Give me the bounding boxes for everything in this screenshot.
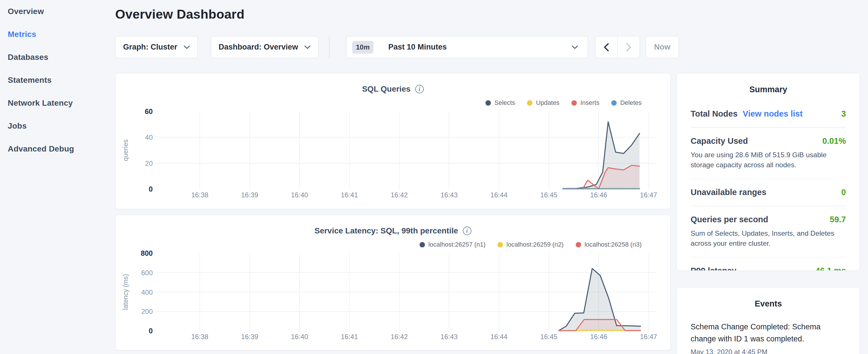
now-button[interactable]: Now bbox=[646, 36, 679, 58]
divider bbox=[691, 179, 846, 179]
sidebar: Overview Metrics Databases Statements Ne… bbox=[0, 0, 112, 160]
svg-text:16:40: 16:40 bbox=[291, 191, 308, 199]
stat-value: 0 bbox=[841, 188, 846, 197]
sql-queries-plot[interactable]: 020406016:3816:3916:4016:4116:4216:4316:… bbox=[116, 73, 670, 210]
svg-text:16:47: 16:47 bbox=[640, 333, 657, 341]
stat-value: 59.7 bbox=[830, 215, 846, 224]
svg-text:latency (ms): latency (ms) bbox=[122, 274, 129, 310]
chevron-down-icon bbox=[304, 45, 311, 49]
divider bbox=[691, 257, 846, 258]
toolbar-divider bbox=[329, 36, 330, 58]
svg-text:16:41: 16:41 bbox=[341, 191, 358, 199]
svg-text:0: 0 bbox=[149, 185, 153, 193]
summary-stat: Capacity Used 0.01% You are using 28.6 M… bbox=[691, 136, 846, 170]
svg-text:16:45: 16:45 bbox=[540, 191, 557, 199]
svg-text:0: 0 bbox=[149, 327, 153, 335]
svg-text:16:39: 16:39 bbox=[241, 333, 258, 341]
stat-label: Capacity Used bbox=[691, 136, 748, 146]
stat-description: Sum of Selects, Updates, Inserts, and De… bbox=[691, 228, 846, 249]
sidebar-item-label: Network Latency bbox=[8, 99, 73, 108]
sidebar-item-label: Statements bbox=[8, 75, 52, 85]
time-range-badge: 10m bbox=[352, 41, 373, 54]
svg-text:16:38: 16:38 bbox=[191, 191, 208, 199]
summary-stat: P99 latency 46.1 ms bbox=[691, 266, 846, 271]
sidebar-item-metrics[interactable]: Metrics bbox=[0, 23, 112, 46]
sidebar-item-label: Metrics bbox=[8, 30, 36, 39]
sidebar-item-jobs[interactable]: Jobs bbox=[0, 115, 112, 137]
svg-text:16:39: 16:39 bbox=[241, 191, 258, 199]
svg-text:200: 200 bbox=[141, 308, 153, 315]
graph-dropdown-label: Graph: Cluster bbox=[123, 43, 177, 52]
stat-label: Total Nodes bbox=[691, 109, 738, 119]
divider bbox=[691, 206, 846, 206]
time-range-label: Past 10 Minutes bbox=[388, 43, 565, 52]
stat-label: Queries per second bbox=[691, 215, 768, 224]
stat-description: You are using 28.6 MiB of 515.9 GiB usab… bbox=[691, 150, 846, 170]
events-panel: Events Schema Change Completed: Schema c… bbox=[677, 287, 860, 354]
sidebar-item-overview[interactable]: Overview bbox=[0, 0, 112, 23]
sidebar-item-label: Jobs bbox=[8, 122, 27, 131]
page-title: Overview Dashboard bbox=[115, 5, 244, 24]
svg-text:16:46: 16:46 bbox=[590, 191, 607, 199]
view-nodes-link[interactable]: View nodes list bbox=[743, 109, 803, 119]
summary-stat: Unavailable ranges 0 bbox=[691, 188, 846, 197]
svg-text:16:43: 16:43 bbox=[440, 191, 458, 199]
dashboard-dropdown[interactable]: Dashboard: Overview bbox=[211, 36, 318, 58]
svg-text:40: 40 bbox=[145, 133, 153, 141]
stat-value: 0.01% bbox=[823, 136, 846, 146]
events-title: Events bbox=[691, 299, 846, 309]
sidebar-item-label: Overview bbox=[8, 7, 44, 16]
svg-text:queries: queries bbox=[122, 139, 129, 161]
chevron-right-icon bbox=[626, 43, 631, 52]
svg-text:16:38: 16:38 bbox=[191, 333, 208, 341]
service-latency-plot[interactable]: 020040060080016:3816:3916:4016:4116:4216… bbox=[116, 215, 670, 351]
sidebar-item-statements[interactable]: Statements bbox=[0, 69, 112, 92]
sidebar-item-label: Advanced Debug bbox=[8, 144, 74, 154]
service-latency-chart-card: Service Latency: SQL, 99th percentile i … bbox=[115, 215, 671, 350]
svg-text:16:45: 16:45 bbox=[540, 333, 557, 341]
sidebar-item-advanced-debug[interactable]: Advanced Debug bbox=[0, 137, 112, 160]
sidebar-item-network-latency[interactable]: Network Latency bbox=[0, 92, 112, 115]
svg-text:16:47: 16:47 bbox=[640, 191, 657, 199]
time-step-buttons bbox=[595, 36, 640, 58]
graph-dropdown[interactable]: Graph: Cluster bbox=[115, 36, 198, 58]
dashboard-dropdown-label: Dashboard: Overview bbox=[219, 43, 298, 52]
time-prev-button[interactable] bbox=[595, 36, 618, 58]
sidebar-item-label: Databases bbox=[8, 53, 49, 62]
svg-text:60: 60 bbox=[145, 107, 153, 116]
svg-text:16:40: 16:40 bbox=[291, 333, 308, 341]
svg-text:16:42: 16:42 bbox=[391, 191, 408, 199]
event-message: Schema Change Completed: Schema change w… bbox=[691, 321, 846, 345]
summary-title: Summary bbox=[691, 85, 846, 94]
time-next-button[interactable] bbox=[618, 36, 640, 58]
stat-label: P99 latency bbox=[691, 266, 737, 271]
svg-text:20: 20 bbox=[145, 160, 153, 167]
chevron-down-icon bbox=[572, 45, 578, 49]
divider bbox=[691, 127, 846, 128]
chevron-down-icon bbox=[184, 45, 190, 49]
stat-label: Unavailable ranges bbox=[691, 188, 766, 197]
sql-queries-chart-card: SQL Queries i SelectsUpdatesInsertsDelet… bbox=[115, 73, 671, 209]
stat-value: 3 bbox=[841, 109, 846, 119]
chevron-left-icon bbox=[603, 43, 609, 52]
svg-text:16:43: 16:43 bbox=[440, 333, 458, 341]
svg-text:400: 400 bbox=[141, 288, 153, 296]
svg-text:16:41: 16:41 bbox=[341, 333, 358, 341]
summary-stat: Queries per second 59.7 Sum of Selects, … bbox=[691, 215, 846, 249]
svg-text:16:42: 16:42 bbox=[391, 333, 408, 341]
summary-stat: Total Nodes View nodes list 3 bbox=[691, 109, 846, 119]
summary-panel: Summary Total Nodes View nodes list 3 Ca… bbox=[677, 73, 860, 271]
svg-text:16:46: 16:46 bbox=[590, 333, 607, 341]
svg-text:800: 800 bbox=[141, 249, 153, 257]
event-timestamp: May 13, 2020 at 4:45 PM bbox=[691, 348, 846, 354]
sidebar-item-databases[interactable]: Databases bbox=[0, 46, 112, 69]
time-range-dropdown[interactable]: 10m Past 10 Minutes bbox=[346, 36, 588, 58]
event-item[interactable]: Schema Change Completed: Schema change w… bbox=[691, 321, 846, 354]
stat-value: 46.1 ms bbox=[815, 266, 846, 271]
svg-text:16:44: 16:44 bbox=[490, 191, 507, 199]
svg-text:16:44: 16:44 bbox=[490, 333, 507, 341]
svg-text:600: 600 bbox=[141, 269, 153, 277]
